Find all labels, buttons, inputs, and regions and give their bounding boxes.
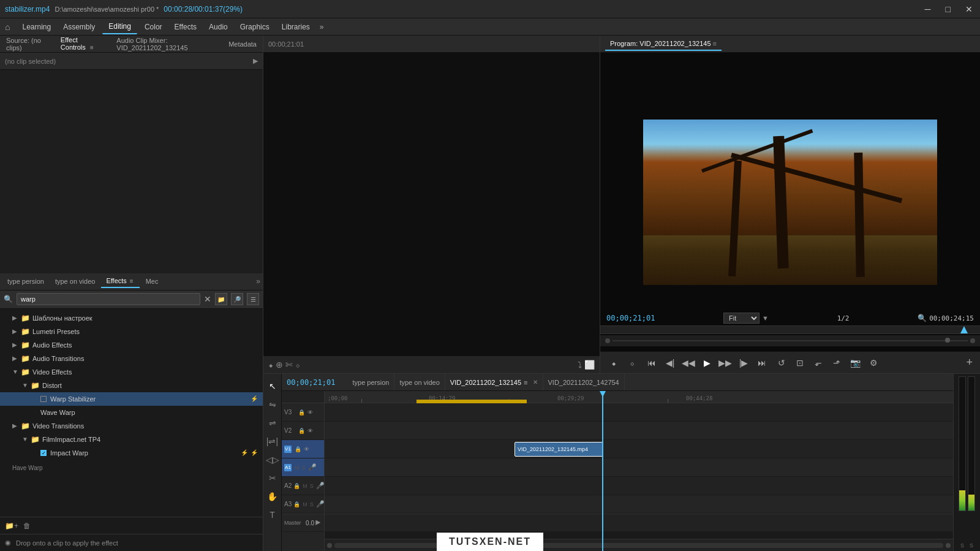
tab-type-on-video[interactable]: type on video — [50, 275, 100, 287]
tab-effect-controls[interactable]: Effect Controls ≡ — [55, 36, 110, 55]
minimize-button[interactable]: ─ — [922, 4, 933, 14]
track-mute-a3[interactable]: M — [302, 501, 308, 508]
tool-slide[interactable]: ◁▷ — [265, 452, 280, 467]
track-mic-a1[interactable]: 🎤 — [307, 463, 317, 472]
playhead-track[interactable] — [612, 340, 968, 341]
ctrl-step-back[interactable]: ◀◀ — [680, 354, 697, 371]
tree-item-presets[interactable]: ▶ 📁 Шаблоны настроек — [0, 311, 263, 325]
search-find-button[interactable]: 🔎 — [231, 293, 243, 305]
ctrl-export-frame[interactable]: 📷 — [846, 354, 864, 371]
search-new-bin-button[interactable]: 📁 — [215, 293, 227, 305]
ctrl-mark-out[interactable]: ⬦ — [624, 354, 641, 371]
playhead-start[interactable] — [605, 338, 610, 343]
ctrl-prev-edit[interactable]: ◀| — [662, 354, 679, 371]
src-ctrl-right-2[interactable]: ⬜ — [584, 360, 595, 370]
close-button[interactable]: ✕ — [963, 4, 975, 14]
src-ctrl-4[interactable]: ⬦ — [295, 360, 300, 370]
tab-mec[interactable]: Mec — [141, 275, 164, 287]
track-lock-a2[interactable]: 🔒 — [293, 482, 301, 490]
tool-hand[interactable]: ✋ — [265, 489, 280, 504]
tool-slip[interactable]: |⇌| — [265, 434, 280, 449]
delete-button[interactable]: 🗑 — [23, 522, 31, 530]
tool-razor[interactable]: ✂ — [265, 471, 280, 485]
tree-item-lumetri[interactable]: ▶ 📁 Lumetri Presets — [0, 325, 263, 338]
ctrl-safe-margins[interactable]: ⊡ — [791, 354, 809, 371]
video-clip-v1[interactable]: VID_20211202_132145.mp4 — [514, 442, 603, 457]
track-eye-v2[interactable]: 👁 — [307, 427, 314, 435]
track-lock-v1[interactable]: 🔒 — [294, 446, 302, 453]
tree-item-wave-warp[interactable]: Wave Warp — [0, 406, 263, 419]
search-input[interactable] — [17, 293, 200, 305]
ctrl-go-out[interactable]: ⏭ — [753, 354, 771, 371]
tab-metadata[interactable]: Metadata — [222, 38, 263, 50]
playhead-handle[interactable] — [945, 338, 950, 343]
ctrl-loop[interactable]: ↺ — [773, 354, 790, 371]
track-mic-a3[interactable]: 🎤 — [315, 500, 325, 509]
timecode-in[interactable]: 00;00;21;01 — [606, 314, 655, 322]
track-lock-a3[interactable]: 🔒 — [293, 501, 301, 508]
tl-tab-type-persion[interactable]: type persion — [347, 374, 394, 390]
track-mute-a1[interactable]: M — [294, 464, 300, 471]
menu-libraries[interactable]: Libraries — [277, 20, 315, 34]
track-eye-v1[interactable]: 👁 — [303, 446, 310, 453]
track-solo-a2[interactable]: S — [309, 482, 314, 490]
scroll-track[interactable] — [334, 543, 943, 548]
tree-item-video-effects[interactable]: ▼ 📁 Video Effects — [0, 365, 263, 379]
new-folder-button[interactable]: 📁+ — [5, 522, 18, 530]
tool-type[interactable]: T — [265, 507, 280, 522]
tl-tab-vid-132145[interactable]: VID_20211202_132145 ≡ ✕ — [445, 374, 543, 390]
menu-assembly[interactable]: Assembly — [58, 20, 100, 34]
timeline-playhead[interactable] — [602, 391, 603, 551]
track-solo-a3[interactable]: S — [309, 501, 314, 508]
tool-ripple[interactable]: ⇋ — [265, 397, 280, 412]
tl-tab-close[interactable]: ✕ — [533, 379, 538, 386]
tab-effects[interactable]: Effects ≡ — [101, 275, 139, 288]
fit-select[interactable]: Fit 25% 50% 75% 100% — [723, 313, 760, 324]
more-workspaces-icon[interactable]: » — [320, 23, 324, 31]
master-expand[interactable]: ⯈ — [315, 520, 322, 526]
effects-more-icon[interactable]: » — [256, 277, 260, 286]
tab-type-persion[interactable]: type persion — [2, 275, 49, 287]
tool-rolling[interactable]: ⇌ — [265, 416, 280, 430]
ctrl-play[interactable]: ▶ — [698, 354, 715, 371]
ctrl-step-forward[interactable]: ▶▶ — [717, 354, 734, 371]
ctrl-mark-in[interactable]: ⬥ — [605, 354, 622, 371]
scroll-right[interactable] — [946, 543, 951, 548]
tree-item-audio-transitions[interactable]: ▶ 📁 Audio Transitions — [0, 352, 263, 365]
menu-learning[interactable]: Learning — [17, 20, 56, 34]
tree-item-filmimpact[interactable]: ▼ 📁 FilmImpact.net TP4 — [0, 433, 263, 446]
menu-effects[interactable]: Effects — [170, 20, 202, 34]
track-solo-a1[interactable]: S — [301, 464, 306, 471]
src-ctrl-1[interactable]: ⬥ — [268, 360, 273, 370]
tl-tab-vid-142754[interactable]: VID_20211202_142754 — [543, 374, 625, 390]
ctrl-insert[interactable]: ⬐ — [810, 354, 827, 371]
tree-item-video-transitions[interactable]: ▶ 📁 Video Transitions — [0, 419, 263, 433]
menu-editing[interactable]: Editing — [102, 20, 137, 34]
tool-select[interactable]: ↖ — [265, 379, 280, 393]
track-eye-v3[interactable]: 👁 — [307, 409, 314, 416]
menu-color[interactable]: Color — [140, 20, 167, 34]
search-clear-button[interactable]: ✕ — [204, 294, 211, 304]
tab-audio-clip-mixer[interactable]: Audio Clip Mixer: VID_20211202_132145 — [110, 36, 222, 54]
tl-tab-type-on-video[interactable]: type on video — [394, 374, 445, 390]
tree-item-audio-effects[interactable]: ▶ 📁 Audio Effects — [0, 338, 263, 352]
ctrl-next-edit[interactable]: |▶ — [735, 354, 752, 371]
tab-source[interactable]: Source: (no clips) — [0, 36, 55, 54]
track-lock-v2[interactable]: 🔒 — [298, 427, 306, 435]
tree-item-impact-warp[interactable]: ✓ Impact Warp ⚡ ⚡ — [0, 446, 263, 460]
tree-item-warp-stabilizer[interactable]: Warp Stabilizer ⚡ — [0, 392, 263, 406]
maximize-button[interactable]: □ — [943, 4, 953, 14]
src-ctrl-2[interactable]: ⊕ — [276, 360, 283, 370]
ctrl-settings[interactable]: ⚙ — [865, 354, 882, 371]
tree-item-distort[interactable]: ▼ 📁 Distort — [0, 379, 263, 392]
src-ctrl-3[interactable]: ✄ — [285, 360, 293, 370]
ctrl-add-button[interactable]: + — [963, 355, 975, 370]
track-mute-a2[interactable]: M — [302, 482, 308, 490]
ctrl-go-in[interactable]: ⏮ — [643, 354, 660, 371]
home-icon[interactable]: ⌂ — [5, 22, 10, 32]
scroll-left[interactable] — [327, 543, 332, 548]
ctrl-overwrite[interactable]: ⬏ — [828, 354, 845, 371]
track-mic-a2[interactable]: 🎤 — [315, 481, 325, 490]
menu-audio[interactable]: Audio — [204, 20, 233, 34]
search-list-button[interactable]: ☰ — [247, 293, 259, 305]
